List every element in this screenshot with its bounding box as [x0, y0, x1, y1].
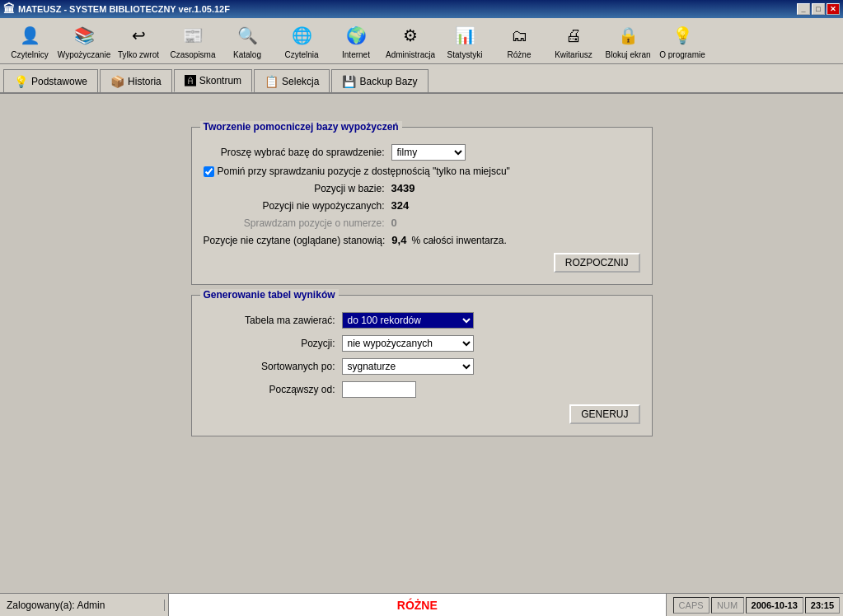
tabela-zawierac-label: Tabela ma zawierać: — [204, 315, 335, 326]
panel-tworzenie: Tworzenie pomocniczej bazy wypożyczeń Pr… — [191, 127, 653, 285]
time-indicator: 23:15 — [805, 597, 840, 614]
status-user: Zalogowany(a): Admin — [0, 600, 165, 611]
select-baza[interactable]: filmy książki czasopisma — [391, 144, 466, 161]
title-bar-title: 🏛 MATEUSZ - SYSTEM BIBLIOTECZNY ver.1.05… — [3, 2, 230, 16]
tab-icon-1: 📦 — [110, 75, 124, 88]
select-tabela[interactable]: do 100 rekordów do 50 rekordów do 200 re… — [342, 312, 474, 329]
tab-label-0: Podstawowe — [31, 76, 87, 87]
toolbar-icon-5: 🌐 — [288, 23, 315, 49]
toolbar-btn-o-programie[interactable]: 💡O programie — [656, 21, 709, 62]
num-indicator: NUM — [711, 597, 744, 614]
toolbar-label-9: Różne — [508, 50, 532, 59]
pozycji-bazie-value: 3439 — [391, 182, 415, 194]
pozycji-label: Pozycji: — [204, 338, 335, 349]
sortowanych-row: Sortowanych po: sygnaturze autorze tytul… — [204, 358, 640, 375]
sprawdzam-value: 0 — [391, 217, 397, 229]
tab-podstawowe[interactable]: 💡Podstawowe — [3, 69, 98, 92]
tab-icon-3: 📋 — [265, 75, 279, 88]
checkbox-row: Pomiń przy sprawdzaniu pozycje z dostępn… — [204, 166, 640, 177]
generuj-row: GENERUJ — [204, 404, 640, 424]
panel-tworzenie-title: Tworzenie pomocniczej bazy wypożyczeń — [200, 121, 402, 133]
toolbar-btn-wypożyczanie[interactable]: 📚Wypożyczanie — [58, 21, 110, 62]
panel-generowanie: Generowanie tabel wyników Tabela ma zawi… — [191, 295, 653, 436]
title-text: MATEUSZ - SYSTEM BIBLIOTECZNY ver.1.05.1… — [18, 4, 230, 14]
toolbar-label-6: Internet — [342, 50, 370, 59]
checkbox-pomin[interactable] — [204, 166, 214, 177]
status-bar: Zalogowany(a): Admin RÓŻNE CAPS NUM 2006… — [0, 593, 843, 616]
status-mode: RÓŻNE — [168, 594, 667, 616]
tab-label-2: Skontrum — [199, 75, 241, 86]
rozpocznij-row: ROZPOCZNIJ — [204, 253, 640, 273]
tab-icon-2: 🅰 — [185, 74, 196, 87]
toolbar-icon-4: 🔍 — [234, 23, 260, 49]
select-baza-row: Proszę wybrać bazę do sprawdzenie: filmy… — [204, 144, 640, 161]
sortowanych-label: Sortowanych po: — [204, 361, 335, 372]
toolbar-btn-tylko-zwrot[interactable]: ↩Tylko zwrot — [112, 21, 165, 62]
rozpocznij-button[interactable]: ROZPOCZNIJ — [554, 253, 640, 273]
percent-suffix: % całości inwentarza. — [411, 235, 506, 246]
poczawszy-row: Począwszy od: — [204, 381, 640, 398]
toolbar-btn-katalog[interactable]: 🔍Katalog — [221, 21, 274, 62]
toolbar-icon-7: ⚙ — [397, 23, 424, 49]
toolbar-label-8: Statystyki — [447, 50, 483, 59]
poczawszy-input[interactable] — [342, 381, 416, 398]
toolbar-btn-różne[interactable]: 🗂Różne — [493, 21, 546, 62]
toolbar-btn-kwitariusz[interactable]: 🖨Kwitariusz — [547, 21, 600, 62]
percent-value: 9,4 — [391, 234, 406, 246]
toolbar-label-1: Wypożyczanie — [58, 50, 110, 59]
toolbar-icon-10: 🖨 — [560, 23, 587, 49]
tab-selekcja[interactable]: 📋Selekcja — [254, 69, 330, 92]
tab-label-1: Historia — [128, 76, 162, 87]
caps-indicator: CAPS — [673, 597, 710, 614]
toolbar-label-12: O programie — [659, 50, 705, 59]
toolbar-icon-6: 🌍 — [343, 23, 369, 49]
toolbar-icon-0: 👤 — [16, 23, 43, 49]
tab-skontrum[interactable]: 🅰Skontrum — [174, 69, 252, 92]
toolbar-label-5: Czytelnia — [284, 50, 318, 59]
toolbar-label-10: Kwitariusz — [555, 50, 592, 59]
select-pozycji[interactable]: nie wypożyczanych wypożyczanych — [342, 335, 474, 352]
poczawszy-label: Począwszy od: — [204, 384, 335, 395]
toolbar-btn-czasopisma[interactable]: 📰Czasopisma — [166, 21, 219, 62]
toolbar-btn-internet[interactable]: 🌍Internet — [330, 21, 382, 62]
pozycji-nie-row: Pozycji nie wypożyczanych: 324 — [204, 199, 640, 212]
toolbar-btn-statystyki[interactable]: 📊Statystyki — [438, 21, 491, 62]
sprawdzam-label: Sprawdzam pozycje o numerze: — [204, 217, 385, 229]
select-sortowanych[interactable]: sygnaturze autorze tytule — [342, 358, 474, 375]
main-content: Tworzenie pomocniczej bazy wypożyczeń Pr… — [0, 94, 843, 593]
toolbar-btn-blokuj-ekran[interactable]: 🔒Blokuj ekran — [602, 21, 654, 62]
pozycji-nie-value: 324 — [391, 199, 410, 212]
tab-backup bazy[interactable]: 💾Backup Bazy — [331, 69, 428, 92]
tabela-zawierac-row: Tabela ma zawierać: do 100 rekordów do 5… — [204, 312, 640, 329]
close-button[interactable]: ✕ — [827, 3, 840, 15]
toolbar-icon-3: 📰 — [180, 23, 206, 49]
toolbar-btn-administracja[interactable]: ⚙Administracja — [384, 21, 437, 62]
toolbar-label-2: Tylko zwrot — [118, 50, 159, 59]
toolbar-label-4: Katalog — [233, 50, 261, 59]
pozycji-bazie-label: Pozycji w bazie: — [204, 183, 385, 194]
toolbar-icon-9: 🗂 — [506, 23, 532, 49]
pozycji-nie-label: Pozycji nie wypożyczanych: — [204, 200, 385, 212]
toolbar: 👤Czytelnicy📚Wypożyczanie↩Tylko zwrot📰Cza… — [0, 18, 843, 64]
pozycji-bazie-row: Pozycji w bazie: 3439 — [204, 182, 640, 194]
toolbar-label-0: Czytelnicy — [11, 50, 49, 59]
toolbar-label-3: Czasopisma — [170, 50, 215, 59]
toolbar-icon-1: 📚 — [71, 23, 97, 49]
checkbox-label: Pomiń przy sprawdzaniu pozycje z dostępn… — [218, 166, 510, 177]
generuj-button[interactable]: GENERUJ — [569, 404, 639, 424]
tabs: 💡Podstawowe📦Historia🅰Skontrum📋Selekcja💾B… — [0, 64, 843, 94]
toolbar-label-11: Blokuj ekran — [605, 50, 650, 59]
tab-icon-0: 💡 — [14, 75, 28, 88]
date-indicator: 2006-10-13 — [746, 597, 803, 614]
toolbar-icon-12: 💡 — [669, 23, 695, 49]
select-baza-label: Proszę wybrać bazę do sprawdzenie: — [204, 147, 385, 158]
toolbar-btn-czytelnicy[interactable]: 👤Czytelnicy — [3, 21, 56, 62]
minimize-button[interactable]: _ — [797, 3, 810, 15]
sprawdzam-row: Sprawdzam pozycje o numerze: 0 — [204, 217, 640, 229]
toolbar-icon-8: 📊 — [452, 23, 478, 49]
tab-historia[interactable]: 📦Historia — [100, 69, 172, 92]
title-bar-controls: _ □ ✕ — [797, 3, 840, 15]
toolbar-label-7: Administracja — [386, 50, 435, 59]
maximize-button[interactable]: □ — [812, 3, 825, 15]
toolbar-btn-czytelnia[interactable]: 🌐Czytelnia — [275, 21, 328, 62]
